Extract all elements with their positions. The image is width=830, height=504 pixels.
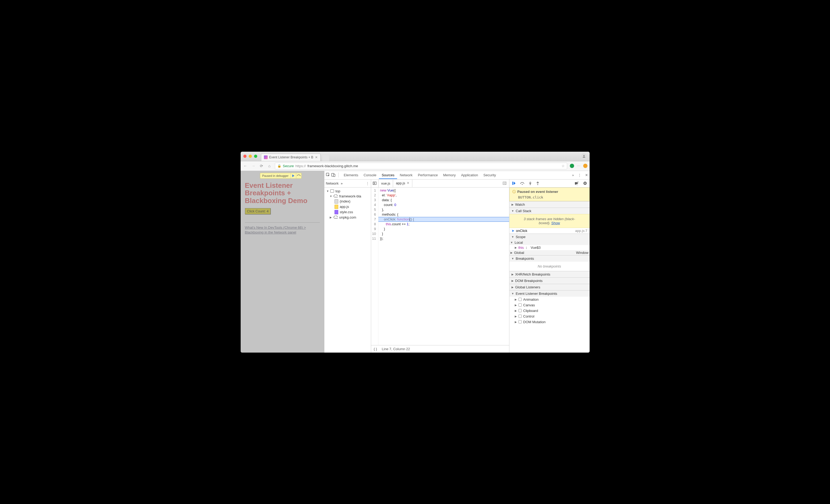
extension-green-icon[interactable] [570,164,574,168]
svg-point-9 [530,184,531,185]
click-count-button[interactable]: Click Count: 4 [245,208,271,214]
elb-item[interactable]: ▶Canvas [509,302,589,308]
editor-pane: vue.js app.js✕ 1234567891011 new Vue({ e… [371,180,509,353]
scope-this[interactable]: ▶this:Vue$3 [509,245,589,250]
navigator-more-icon[interactable]: » [341,181,343,185]
close-editor-tab-icon[interactable]: ✕ [407,181,409,185]
devtools-tab-memory[interactable]: Memory [440,171,458,179]
paused-overlay: Paused in debugger [260,173,301,179]
section-watch[interactable]: ▶Watch [509,201,589,208]
svg-rect-12 [584,183,585,184]
overlay-resume-button[interactable] [291,173,296,179]
zoom-window[interactable] [254,155,257,158]
devtools-tab-performance[interactable]: Performance [415,171,440,179]
section-callstack[interactable]: ▼Call Stack [509,208,589,214]
devtools-tab-sources[interactable]: Sources [379,171,397,179]
elb-item[interactable]: ▶DOM Mutation [509,319,589,325]
section-scope[interactable]: ▼Scope [509,233,589,240]
bookmark-star-icon[interactable]: ☆ [562,164,565,168]
omnibox[interactable]: 🔒 Secure https://framework-blackboxing.g… [275,163,567,169]
file-tree: ▼top ▼framework-bla (index) app.js style… [324,188,371,353]
stack-frame[interactable]: ➤ onClick app.js:7 [509,228,589,233]
editor-tab-vuejs[interactable]: vue.js [379,180,393,187]
editor-tab-appjs[interactable]: app.js✕ [393,180,412,187]
tree-top[interactable]: ▼top [324,189,371,194]
section-dom[interactable]: ▶DOM Breakpoints [509,277,589,284]
tree-file-appjs[interactable]: app.js [324,204,371,210]
inspect-icon[interactable] [326,173,330,177]
tree-domain[interactable]: ▼framework-bla [324,194,371,199]
tree-file-stylecss[interactable]: style.css [324,210,371,215]
kebab-menu-icon[interactable]: ⋮ [578,173,581,177]
debugger-scroll[interactable]: ⓘPaused on event listener BUTTON.click ▶… [509,188,589,353]
step-into-icon[interactable] [529,181,532,185]
step-over-icon[interactable] [520,182,524,185]
code-area[interactable]: new Vue({ el: '#app', data: { count: 0 }… [378,188,509,345]
checkbox[interactable] [518,320,522,323]
devtools-tab-application[interactable]: Application [458,171,481,179]
checkbox[interactable] [518,315,522,318]
svg-rect-6 [503,182,506,185]
devtools-tab-security[interactable]: Security [481,171,499,179]
gutter: 1234567891011 [371,188,378,345]
overlay-step-button[interactable] [296,173,301,179]
browser-tab[interactable]: Event Listener Breakpoints + B ✕ [261,154,321,161]
svg-rect-4 [333,174,335,177]
code-editor[interactable]: 1234567891011 new Vue({ el: '#app', data… [371,188,509,345]
scope-global[interactable]: ▶GlobalWindow [509,250,589,255]
pause-exceptions-icon[interactable] [583,181,587,185]
elb-item[interactable]: ▶Clipboard [509,308,589,314]
blackbox-note: 3 stack frames are hidden (black-boxed).… [509,214,589,228]
devtools-tab-elements[interactable]: Elements [341,171,361,179]
close-tab-icon[interactable]: ✕ [315,155,318,159]
show-blackboxed-link[interactable]: Show [551,221,560,225]
rendered-page: Paused in debugger Event Listener Breakp… [241,171,324,353]
tree-file-index[interactable]: (index) [324,199,371,204]
sources-panes: Network » ⋮ ▼top ▼framework-bla (index) … [324,180,589,353]
tab-title: Event Listener Breakpoints + B [269,155,313,159]
devtools-tab-network[interactable]: Network [397,171,415,179]
reload-button[interactable]: ⟳ [259,164,264,168]
url-domain: framework-blackboxing.glitch.me [308,164,358,168]
minimize-window[interactable] [249,155,252,158]
navigator-tab-network[interactable]: Network [326,181,339,185]
pretty-print-icon[interactable]: { } [374,347,377,351]
checkbox[interactable] [518,298,522,301]
checkbox[interactable] [518,303,522,307]
new-tab-button[interactable] [322,155,329,161]
secure-label: Secure [283,164,294,168]
forward-button[interactable]: → [251,164,256,168]
elb-item[interactable]: ▶Animation [509,297,589,302]
extension-orange-icon[interactable] [583,164,587,168]
devtools-tab-console[interactable]: Console [361,171,379,179]
tab-strip: Event Listener Breakpoints + B ✕ [261,152,329,161]
device-toggle-icon[interactable] [331,173,336,177]
devtools: ElementsConsoleSourcesNetworkPerformance… [324,171,589,353]
section-breakpoints[interactable]: ▼Breakpoints [509,255,589,262]
close-devtools-icon[interactable]: ✕ [585,173,588,177]
toggle-navigator-icon[interactable] [371,180,379,187]
whatsnew-link[interactable]: What's New In DevTools (Chrome 66) > Bla… [245,225,320,234]
resume-icon[interactable] [512,181,516,185]
more-tabs-icon[interactable]: » [572,173,574,177]
extension-dots-icon[interactable]: ⋯ [577,164,580,168]
section-xhr[interactable]: ▶XHR/fetch Breakpoints [509,271,589,277]
window-controls [243,155,257,158]
step-out-icon[interactable] [536,181,539,185]
back-button[interactable]: ← [243,164,248,168]
url-scheme: https:// [295,164,306,168]
profile-avatar[interactable] [581,153,587,159]
deactivate-breakpoints-icon[interactable] [575,181,579,185]
devtools-tabs: ElementsConsoleSourcesNetworkPerformance… [341,171,499,179]
section-event-listener-bp[interactable]: ▼Event Listener Breakpoints [509,290,589,297]
navigator-kebab-icon[interactable]: ⋮ [366,181,369,185]
toggle-debugger-icon[interactable] [500,182,509,185]
section-global-listeners[interactable]: ▶Global Listeners [509,284,589,290]
checkbox[interactable] [518,309,522,312]
close-window[interactable] [243,155,247,158]
elb-item[interactable]: ▶Control [509,314,589,319]
scope-local[interactable]: ▼Local [509,240,589,245]
cloud-icon [333,194,338,198]
tree-unpkg[interactable]: ▶unpkg.com [324,215,371,220]
home-button[interactable]: ⌂ [267,164,272,168]
